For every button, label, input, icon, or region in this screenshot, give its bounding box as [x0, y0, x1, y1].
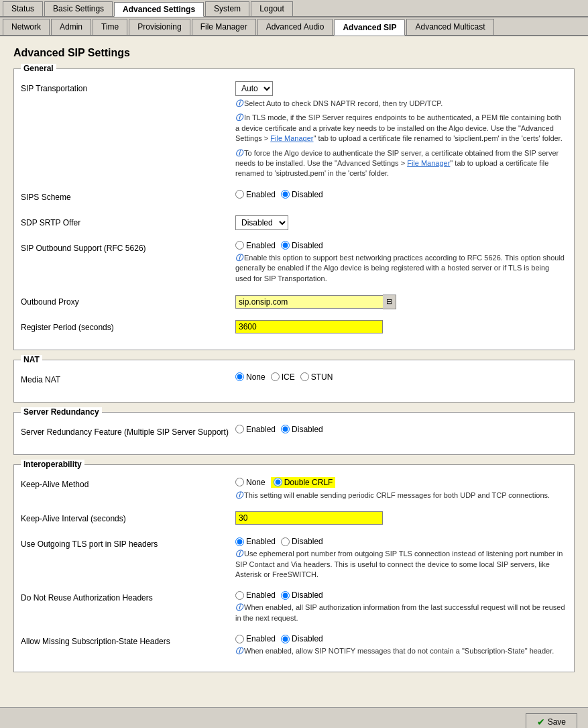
server-redundancy-feature-control: Enabled Disabled: [235, 425, 567, 437]
use-outgoing-tls-radio-group: Enabled Disabled: [235, 537, 567, 546]
do-not-reuse-info: ⓘWhen enabled, all SIP authorization inf…: [235, 603, 567, 623]
info-icon-1: ⓘ: [235, 99, 243, 107]
sip-outbound-control: Enabled Disabled ⓘEnable this option to …: [235, 241, 567, 284]
do-not-reuse-control: Enabled Disabled ⓘWhen enabled, all SIP …: [235, 590, 567, 623]
tab-admin[interactable]: Admin: [51, 19, 91, 35]
outbound-proxy-control: ⊟: [235, 295, 567, 309]
media-nat-stun-label[interactable]: STUN: [300, 372, 333, 382]
sips-scheme-enabled-radio[interactable]: [235, 190, 244, 199]
keepalive-none-radio[interactable]: [235, 478, 244, 486]
sips-scheme-disabled-label[interactable]: Disabled: [281, 190, 323, 199]
keepalive-method-radio-group: None Double CRLF: [235, 477, 567, 488]
save-button[interactable]: ✔ Save: [526, 713, 577, 728]
keepalive-none-label[interactable]: None: [235, 478, 266, 487]
media-nat-ice-label[interactable]: ICE: [271, 372, 295, 382]
server-redundancy-disabled-label[interactable]: Disabled: [281, 425, 323, 434]
tab-system[interactable]: System: [205, 1, 249, 16]
info-icon-7: ⓘ: [235, 603, 243, 611]
tab-network[interactable]: Network: [3, 19, 50, 35]
sips-scheme-enabled-label[interactable]: Enabled: [235, 190, 276, 199]
allow-missing-radio-group: Enabled Disabled: [235, 634, 567, 643]
file-manager-link-2[interactable]: File Manager: [407, 159, 450, 167]
allow-missing-info: ⓘWhen enabled, allow SIP NOTIFY messages…: [235, 646, 567, 656]
sip-outbound-enabled-label[interactable]: Enabled: [235, 241, 276, 250]
do-not-reuse-enabled-label[interactable]: Enabled: [235, 590, 276, 600]
sdp-srtp-row: SDP SRTP Offer Disabled Enabled Required: [21, 213, 567, 233]
sip-outbound-label: SIP Outbound Support (RFC 5626): [21, 241, 235, 256]
sdp-srtp-label: SDP SRTP Offer: [21, 215, 235, 230]
register-period-input[interactable]: [235, 320, 383, 333]
sip-transport-control: Auto UDP TCP TLS ⓘSelect Auto to check D…: [235, 81, 567, 179]
tab-advanced-settings[interactable]: Advanced Settings: [114, 2, 204, 17]
allow-missing-enabled-label[interactable]: Enabled: [235, 634, 276, 643]
media-nat-none-radio[interactable]: [235, 372, 244, 381]
tab-status[interactable]: Status: [3, 1, 43, 16]
tab-logout[interactable]: Logout: [251, 1, 293, 16]
sip-outbound-radio-group: Enabled Disabled: [235, 241, 567, 250]
do-not-reuse-disabled-radio[interactable]: [281, 591, 290, 600]
sips-scheme-disabled-radio[interactable]: [281, 190, 290, 199]
media-nat-ice-radio[interactable]: [271, 372, 280, 381]
use-outgoing-tls-label: Use Outgoing TLS port in SIP headers: [21, 537, 235, 552]
keepalive-interval-label: Keep-Alive Interval (seconds): [21, 511, 235, 526]
media-nat-control: None ICE STUN: [235, 372, 567, 384]
register-period-label: Register Period (seconds): [21, 320, 235, 335]
do-not-reuse-row: Do Not Reuse Authorization Headers Enabl…: [21, 588, 567, 626]
tab-provisioning[interactable]: Provisioning: [129, 19, 190, 35]
do-not-reuse-enabled-radio[interactable]: [235, 591, 244, 600]
do-not-reuse-disabled-label[interactable]: Disabled: [281, 590, 323, 600]
server-redundancy-enabled-radio[interactable]: [235, 425, 244, 433]
tab-advanced-audio[interactable]: Advanced Audio: [257, 19, 333, 35]
outbound-proxy-clear-button[interactable]: ⊟: [383, 295, 396, 309]
sip-transport-info3: ⓘTo force the Algo device to authenticat…: [235, 148, 567, 179]
sdp-srtp-select[interactable]: Disabled Enabled Required: [235, 215, 288, 230]
media-nat-radio-group: None ICE STUN: [235, 372, 567, 382]
tab-basic-settings[interactable]: Basic Settings: [44, 1, 113, 16]
keepalive-double-crlf-radio[interactable]: [274, 478, 282, 486]
keepalive-interval-input[interactable]: [235, 511, 383, 525]
tab-advanced-sip[interactable]: Advanced SIP: [334, 19, 405, 36]
server-redundancy-enabled-label[interactable]: Enabled: [235, 425, 276, 434]
use-outgoing-tls-enabled-label[interactable]: Enabled: [235, 537, 276, 546]
bottom-bar: ✔ Save: [0, 707, 588, 728]
use-outgoing-tls-disabled-label[interactable]: Disabled: [281, 537, 323, 546]
sip-outbound-enabled-radio[interactable]: [235, 241, 244, 250]
allow-missing-disabled-radio[interactable]: [281, 635, 290, 643]
secondary-tab-bar: Network Admin Time Provisioning File Man…: [0, 17, 588, 36]
sip-transport-select[interactable]: Auto UDP TCP TLS: [235, 81, 273, 96]
use-outgoing-tls-enabled-radio[interactable]: [235, 537, 244, 546]
info-icon-3: ⓘ: [235, 149, 243, 157]
outbound-proxy-input-wrapper: ⊟: [235, 295, 567, 309]
allow-missing-disabled-label[interactable]: Disabled: [281, 634, 323, 643]
save-icon: ✔: [537, 717, 545, 727]
do-not-reuse-radio-group: Enabled Disabled: [235, 590, 567, 600]
sip-outbound-info: ⓘEnable this option to support best netw…: [235, 253, 567, 284]
media-nat-stun-radio[interactable]: [300, 372, 309, 381]
info-icon-5: ⓘ: [235, 491, 243, 499]
server-redundancy-radio-group: Enabled Disabled: [235, 425, 567, 434]
sip-outbound-disabled-label[interactable]: Disabled: [281, 241, 323, 250]
outbound-proxy-row: Outbound Proxy ⊟: [21, 292, 567, 312]
keepalive-method-row: Keep-Alive Method None Double CRLF ⓘThis…: [21, 474, 567, 503]
tab-advanced-multicast[interactable]: Advanced Multicast: [406, 19, 493, 35]
sdp-srtp-control: Disabled Enabled Required: [235, 215, 567, 230]
main-content: Advanced SIP Settings General SIP Transp…: [0, 36, 588, 707]
info-icon-6: ⓘ: [235, 550, 243, 558]
sip-transport-row: SIP Transportation Auto UDP TCP TLS ⓘSel…: [21, 79, 567, 182]
server-redundancy-disabled-radio[interactable]: [281, 425, 290, 433]
sip-outbound-row: SIP Outbound Support (RFC 5626) Enabled …: [21, 238, 567, 287]
use-outgoing-tls-disabled-radio[interactable]: [281, 537, 290, 546]
media-nat-none-label[interactable]: None: [235, 372, 266, 382]
file-manager-link-1[interactable]: File Manager: [270, 134, 313, 142]
keepalive-method-label: Keep-Alive Method: [21, 477, 235, 492]
tab-file-manager[interactable]: File Manager: [192, 19, 256, 35]
allow-missing-enabled-radio[interactable]: [235, 635, 244, 643]
allow-missing-label: Allow Missing Subscription-State Headers: [21, 634, 235, 649]
sips-scheme-radio-group: Enabled Disabled: [235, 190, 567, 199]
keepalive-double-crlf-label[interactable]: Double CRLF: [271, 477, 336, 488]
tab-time[interactable]: Time: [93, 19, 127, 35]
server-redundancy-section-title: Server Redundancy: [21, 407, 102, 417]
interoperability-section-title: Interoperability: [21, 460, 84, 469]
outbound-proxy-input[interactable]: [235, 295, 383, 309]
sip-outbound-disabled-radio[interactable]: [281, 241, 290, 250]
